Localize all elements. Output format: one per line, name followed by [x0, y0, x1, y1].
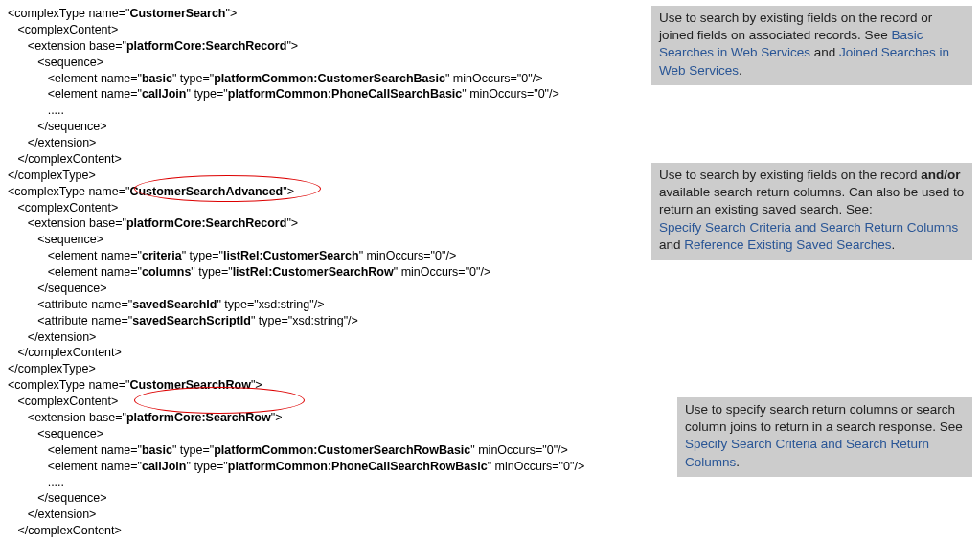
- callout-text: .: [739, 63, 742, 78]
- text: </complexType>: [8, 169, 96, 182]
- xml-code-block: <complexType name="CustomerSearch"> <com…: [8, 6, 584, 542]
- callout-text: Use to search by existing fields on the …: [659, 168, 921, 182]
- el-name: columns: [142, 265, 191, 279]
- attr-name: savedSearchId: [132, 298, 217, 311]
- el-name: basic: [142, 72, 172, 85]
- ext-base: platformCore:SearchRow: [126, 411, 271, 424]
- callout-text: .: [736, 455, 740, 469]
- text: <sequence>: [8, 56, 103, 69]
- el-name: callJoin: [142, 87, 187, 101]
- text: ">: [225, 7, 237, 20]
- text: " minOccurs="0"/>: [488, 460, 585, 473]
- text: <element name=": [8, 460, 142, 473]
- el-type: platformCommon:PhoneCallSearchRowBasic: [228, 460, 488, 473]
- text: </complexContent>: [8, 524, 122, 537]
- callout-text: and: [659, 237, 684, 252]
- attr-name: savedSearchScriptId: [132, 314, 251, 327]
- text: ">: [271, 411, 283, 424]
- text: <extension base=": [8, 411, 126, 424]
- text: " minOccurs="0"/>: [445, 72, 543, 85]
- el-type: platformCommon:CustomerSearchRowBasic: [214, 443, 470, 457]
- el-type: platformCommon:PhoneCallSearchBasic: [228, 87, 463, 101]
- callout-text: .: [891, 237, 895, 252]
- text: " type=": [186, 87, 227, 101]
- text: </extension>: [8, 136, 96, 149]
- ellipsis: .....: [8, 475, 64, 488]
- type-name: CustomerSearch: [129, 7, 225, 20]
- text: " type=": [172, 443, 214, 457]
- type-name: CustomerSearchRow: [129, 378, 250, 392]
- text: <element name=": [8, 265, 142, 279]
- text: <attribute name=": [8, 314, 132, 327]
- text: <complexType name=": [8, 185, 129, 198]
- callout-text: Use to specify search return columns or …: [685, 402, 963, 434]
- el-type: listRel:CustomerSearch: [223, 249, 359, 262]
- callout-bold: and/or: [921, 168, 960, 182]
- text: <extension base=": [8, 216, 126, 230]
- text: ">: [251, 378, 262, 392]
- type-name: CustomerSearchAdvanced: [129, 185, 283, 198]
- text: <sequence>: [8, 427, 103, 440]
- el-type: listRel:CustomerSearchRow: [233, 265, 394, 279]
- text: <element name=": [8, 249, 142, 262]
- link-specify-criteria[interactable]: Specify Search Criteria and Search Retur…: [659, 220, 958, 235]
- text: <sequence>: [8, 233, 103, 246]
- text: <complexContent>: [8, 201, 118, 215]
- ellipsis: .....: [8, 103, 64, 117]
- text: ">: [286, 39, 298, 53]
- text: ">: [286, 216, 298, 230]
- callout-customer-search-row: Use to specify search return columns or …: [677, 397, 972, 477]
- text: <element name=": [8, 87, 142, 101]
- text: </extension>: [8, 330, 96, 344]
- text: </complexContent>: [8, 152, 122, 166]
- text: </complexContent>: [8, 346, 122, 359]
- text: </sequence>: [8, 282, 107, 295]
- ext-base: platformCore:SearchRecord: [126, 39, 286, 53]
- text: <complexType name=": [8, 378, 129, 392]
- text: <extension base=": [8, 39, 126, 53]
- el-type: platformCommon:CustomerSearchBasic: [214, 72, 445, 85]
- text: " minOccurs="0"/>: [470, 443, 568, 457]
- text: " type="xsd:string"/>: [217, 298, 324, 311]
- text: " type=": [172, 72, 214, 85]
- link-specify-criteria[interactable]: Specify Search Criteria and Search Retur…: [685, 437, 929, 468]
- text: ">: [283, 185, 294, 198]
- text: " type=": [182, 249, 223, 262]
- text: <complexType name=": [8, 7, 129, 20]
- callout-text: and: [810, 45, 839, 59]
- el-name: callJoin: [142, 460, 187, 473]
- text: <element name=": [8, 72, 142, 85]
- text: <complexContent>: [8, 23, 118, 36]
- text: <element name=": [8, 443, 142, 457]
- text: </complexType>: [8, 362, 96, 375]
- text: </sequence>: [8, 491, 107, 505]
- text: <complexContent>: [8, 395, 118, 408]
- text: " type=": [186, 460, 227, 473]
- el-name: basic: [142, 443, 172, 457]
- callout-customer-search: Use to search by existing fields on the …: [651, 6, 972, 85]
- text: " minOccurs="0"/>: [394, 265, 491, 279]
- text: <attribute name=": [8, 298, 132, 311]
- text: " type="xsd:string"/>: [251, 314, 358, 327]
- text: " minOccurs="0"/>: [462, 87, 559, 101]
- text: " type=": [191, 265, 232, 279]
- callout-customer-search-advanced: Use to search by existing fields on the …: [651, 163, 972, 260]
- text: " minOccurs="0"/>: [359, 249, 457, 262]
- text: </sequence>: [8, 120, 107, 133]
- text: </extension>: [8, 508, 96, 521]
- callout-text: available search return columns. Can als…: [659, 185, 964, 216]
- el-name: criteria: [142, 249, 182, 262]
- ext-base: platformCore:SearchRecord: [126, 216, 286, 230]
- link-reference-saved[interactable]: Reference Existing Saved Searches: [684, 237, 891, 252]
